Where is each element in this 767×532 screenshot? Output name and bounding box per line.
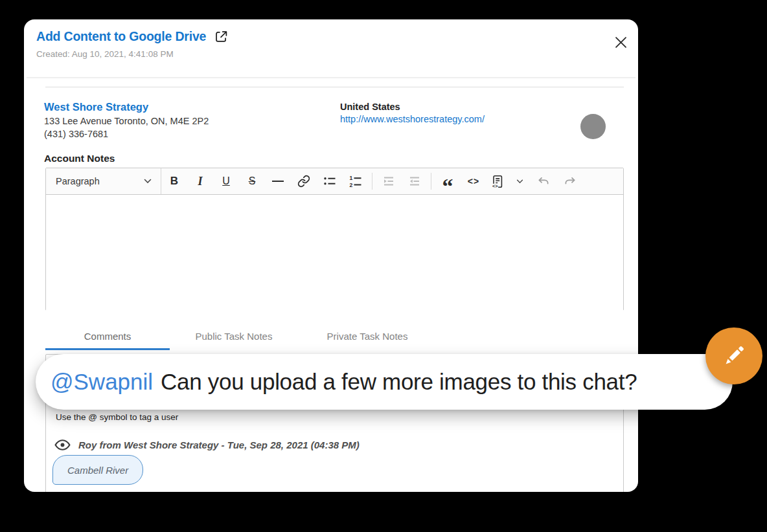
link-icon [297,175,310,188]
link-button[interactable] [291,168,317,194]
account-country: United States [340,102,400,112]
account-website-link[interactable]: http://www.westshorestrategy.com/ [340,114,485,124]
strikethrough-icon: S [249,175,256,187]
account-phone: (431) 336-7681 [44,129,108,139]
account-notes-label: Account Notes [44,153,115,164]
mention-helper-text: Use the @ symbol to tag a user [56,412,178,422]
chevron-down-icon [516,179,523,184]
account-address: 133 Lee Avenue Toronto, ON, M4E 2P2 [44,116,209,126]
content-divider [45,87,624,87]
strikethrough-button[interactable]: S [239,168,265,194]
modal-header: Add Content to Google Drive [36,29,228,44]
add-content-modal: Add Content to Google Drive Created: Aug… [24,19,638,492]
undo-button[interactable] [531,168,556,194]
redo-icon [563,175,577,188]
horizontal-rule-button[interactable] [265,168,291,194]
bold-button[interactable]: B [161,168,187,194]
bullet-list-icon [323,175,336,188]
outdent-icon [408,175,421,188]
external-link-icon[interactable] [214,30,228,43]
blockquote-icon: “ [442,183,453,190]
indent-button[interactable] [376,168,402,194]
inline-code-button[interactable]: <> [461,168,487,194]
italic-icon: I [198,175,202,188]
avatar [580,114,606,139]
bold-icon: B [170,175,178,188]
underline-button[interactable]: U [213,168,239,194]
template-dropdown-button[interactable] [509,168,531,194]
chevron-down-icon [144,179,152,184]
header-divider [27,77,635,78]
outdent-button[interactable] [402,168,428,194]
toolbar-separator [372,173,372,190]
close-button[interactable] [612,34,629,50]
underline-icon: U [222,175,230,187]
account-notes-editor: Paragraph B I U S [45,168,624,311]
insert-template-button[interactable]: <> [487,168,509,194]
comment-item: Roy from West Shore Strategy - Tue, Sep … [54,439,360,451]
pencil-icon [720,342,748,370]
notes-textarea[interactable] [46,195,623,311]
svg-text:1: 1 [350,175,353,181]
created-timestamp: Created: Aug 10, 2021, 4:41:08 PM [36,49,174,59]
comment-tag-chip[interactable]: Cambell River [52,455,143,485]
bullet-list-button[interactable] [317,168,343,194]
tab-public-task-notes[interactable]: Public Task Notes [170,322,298,350]
account-name-link[interactable]: West Shore Strategy [44,101,148,113]
eye-icon [54,439,71,451]
svg-text:2: 2 [350,182,353,188]
template-icon: <> [490,174,505,189]
comments-tab-bar: Comments Public Task Notes Private Task … [45,322,437,350]
paragraph-style-value: Paragraph [56,176,100,186]
tab-private-task-notes[interactable]: Private Task Notes [298,322,437,350]
blockquote-button[interactable]: “ [435,168,461,194]
undo-icon [537,175,551,188]
numbered-list-button[interactable]: 1 2 [343,168,369,194]
editor-toolbar: Paragraph B I U S [46,168,623,195]
horizontal-rule-icon [272,181,284,183]
italic-button[interactable]: I [187,168,213,194]
comment-author-timestamp: Roy from West Shore Strategy - Tue, Sep … [78,439,360,450]
callout-message-text: Can you upload a few more images to this… [161,369,637,395]
toolbar-separator [431,173,431,190]
redo-button[interactable] [556,168,582,194]
numbered-list-icon: 1 2 [349,175,362,188]
tab-comments[interactable]: Comments [45,322,170,350]
mention-text: @Swapnil [51,369,153,395]
page-background: Add Content to Google Drive Created: Aug… [0,0,767,532]
paragraph-style-select[interactable]: Paragraph [46,168,161,194]
indent-icon [382,175,395,188]
close-icon [615,37,626,48]
comment-callout-pill: @Swapnil Can you upload a few more image… [36,354,733,410]
svg-text:<>: <> [492,183,498,188]
modal-title-link[interactable]: Add Content to Google Drive [36,29,206,44]
inline-code-icon: <> [468,176,479,186]
edit-comment-button[interactable] [705,327,762,384]
